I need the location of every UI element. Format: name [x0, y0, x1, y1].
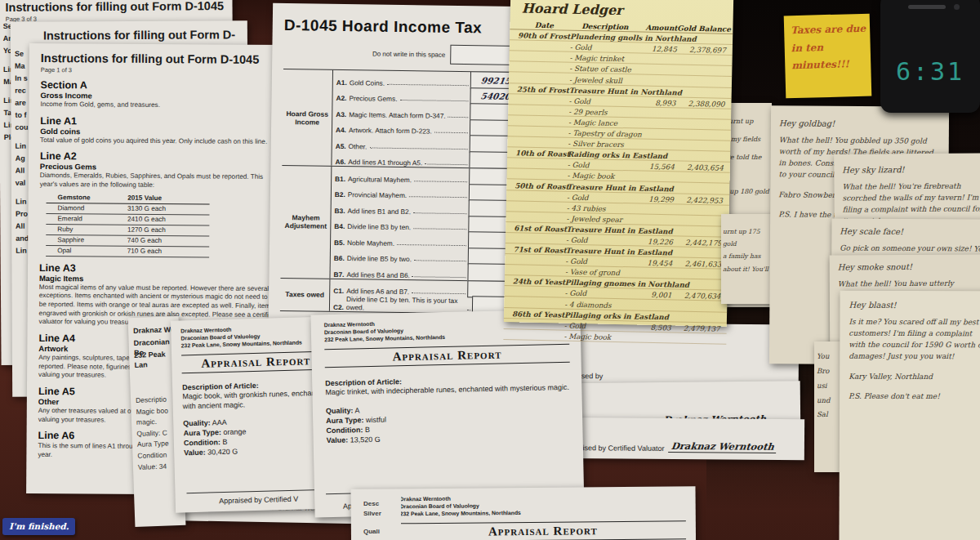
ledger-col-date: Date: [518, 20, 570, 29]
ledger-cell: - Gold: [570, 43, 639, 53]
quality-value: A: [354, 406, 359, 414]
ledger-cell: Treasure Hunt in Eastland: [566, 247, 635, 257]
ledger-cell: [670, 342, 719, 343]
ledger-cell: 8,993: [638, 98, 675, 107]
row-id: A3.: [336, 109, 346, 118]
dotted-leader: [414, 260, 466, 261]
gem-value-table: Gemstone 2015 Value Diamond3130 G eachEm…: [46, 193, 210, 257]
ledger-cell: 2,388,090: [675, 99, 724, 108]
sticky-note-deadline[interactable]: Taxes are due in ten minutes!!!: [784, 14, 872, 99]
text-line: Silver: [363, 509, 401, 519]
dotted-leader: [467, 310, 470, 310]
sticky-note-line: in ten: [791, 38, 871, 57]
text-line: All: [16, 222, 29, 234]
text-line: [724, 172, 772, 180]
ledger-cell: [633, 341, 670, 342]
handwritten-value: 54020: [479, 91, 510, 101]
section-text: Income from Gold, gems, and treasures.: [40, 100, 278, 111]
instruction-line-block: Line A2Precious GemsDiamonds, Emeralds, …: [40, 150, 278, 190]
row-label: Noble Mayhem.: [347, 239, 394, 248]
instructions-title: Instructions for filling out Form D-1045: [5, 0, 232, 14]
form-row-B6: B6.Divide line B5 by two.: [331, 246, 518, 265]
game-desk: Instructions for filling out Form D-1045…: [0, 0, 980, 540]
aura-value: orange: [223, 427, 246, 436]
row-id: A2.: [336, 94, 346, 102]
hoard-ledger[interactable]: Hoard Ledger Date Description Amount Gol…: [504, 0, 733, 327]
ledger-cell: 2,470,634: [671, 292, 720, 301]
complaint-note-blaast[interactable]: Hey blaast! Is it me? You scared off all…: [839, 291, 980, 540]
form-title: D-1045 Hoard Income Tax: [284, 16, 521, 38]
appraisal-title: Appraisal Report: [400, 520, 686, 540]
condition-value: B: [222, 438, 227, 446]
ledger-cell: - Jeweled spear: [566, 214, 635, 224]
ledger-cell: 2,479,137: [671, 324, 720, 332]
form-table: Hoard Gross IncomeA1.Gold Coins.99215A2.…: [280, 69, 520, 315]
dotted-leader: [448, 116, 469, 117]
line-subheading: Precious Gems: [40, 162, 278, 172]
row-label: Provincial Mayhem.: [348, 190, 408, 199]
form-row-B1: B1.Agricultural Mayhem.: [332, 167, 519, 185]
ledger-cell: - Gold: [568, 161, 637, 171]
text-line: [363, 519, 401, 527]
row-label: Add lines A1 through A5.: [348, 158, 422, 167]
ledger-cell: - Statue of castle: [569, 65, 639, 74]
form-section: Hoard Gross IncomeA1.Gold Coins.99215A2.…: [282, 69, 520, 169]
row-id: C2.: [333, 302, 344, 310]
complaint-note-fragment-2[interactable]: urnt up 175 golda family hasabout it! Yo…: [721, 214, 773, 304]
text-line: r up 180 gold: [724, 188, 772, 206]
value-label: Value:: [184, 448, 206, 457]
value-amount: 13,520 G: [350, 435, 381, 444]
dotted-leader: [412, 292, 466, 294]
row-id: B2.: [335, 190, 345, 199]
phone[interactable]: 6:31: [880, 0, 980, 113]
text-line: a family has: [723, 250, 773, 262]
valuator-letterhead: Draknaz WerntoothDraconian Board of Valu…: [180, 324, 330, 350]
row-id: C1.: [333, 287, 344, 295]
text-line: and: [16, 234, 29, 247]
line-heading: Line A3: [39, 262, 277, 275]
ledger-cell: - Silver bracers: [568, 140, 637, 150]
do-not-write-label: Do not write in this space: [372, 50, 445, 58]
appraised-by-partial: Appraised by Certified V: [219, 495, 298, 506]
row-label: Add lines B1 and B2.: [347, 207, 411, 216]
note-greeting: Hey blaast!: [849, 301, 980, 310]
row-label: Gold Coins.: [350, 78, 385, 87]
row-label: Agricultural Mayhem.: [348, 175, 412, 184]
dotted-leader: [412, 276, 466, 278]
dotted-leader: [387, 83, 469, 85]
appraisal-sliver-bottom[interactable]: DescSilver Quali: [360, 497, 401, 540]
text-line: to f: [15, 111, 28, 123]
text-line: [16, 136, 29, 142]
text-line: Se: [15, 50, 28, 62]
ledger-cell: 2,442,179: [673, 238, 722, 247]
row-id: B3.: [335, 206, 345, 214]
form-row-A1: A1.Gold Coins.99215: [333, 70, 520, 89]
ledger-cell: - Magic lance: [568, 118, 638, 128]
text-line: are: [15, 99, 28, 111]
text-line: Lin: [16, 198, 29, 210]
note-signature: Kary Valley, Northland: [849, 372, 980, 381]
dotted-leader: [413, 212, 467, 214]
appraisal-title: Appraisal Report: [324, 343, 569, 367]
page-label: Page 1 of 3: [41, 66, 278, 75]
text-line: burnt up: [724, 118, 772, 136]
finish-button[interactable]: I'm finished.: [2, 518, 75, 535]
appraisal-text-fragment: DescSilver Quali: [363, 499, 401, 537]
appraisal-report-bottom[interactable]: Draknaz WerntoothDraconian Board of Valu…: [350, 486, 696, 540]
ledger-cell: Raiding orks in Eastland: [568, 150, 637, 160]
form-row-B4: B4.Divide line B3 by ten.: [331, 214, 518, 233]
text-line: about it! You'll: [723, 263, 773, 275]
ledger-cell: 8,503: [634, 323, 671, 332]
form-row-A6: A6.Add lines A1 through A5.: [332, 150, 519, 168]
ledger-cell: 2,422,953: [674, 195, 723, 204]
article-description: Magic book, with gronkish runes, enchant…: [182, 387, 332, 411]
line-heading: Line A1: [40, 115, 278, 128]
gem-table-row: Opal710 G each: [46, 246, 209, 257]
text-line: rec: [15, 87, 28, 99]
dotted-leader: [413, 228, 466, 230]
ledger-cell: 86th of Yeast: [512, 310, 564, 319]
form-row-B2: B2.Provincial Mayhem.: [332, 182, 519, 201]
row-label: Other.: [349, 142, 368, 150]
ledger-cell: - 43 rubies: [567, 203, 636, 213]
condition-label: Condition:: [326, 426, 363, 435]
